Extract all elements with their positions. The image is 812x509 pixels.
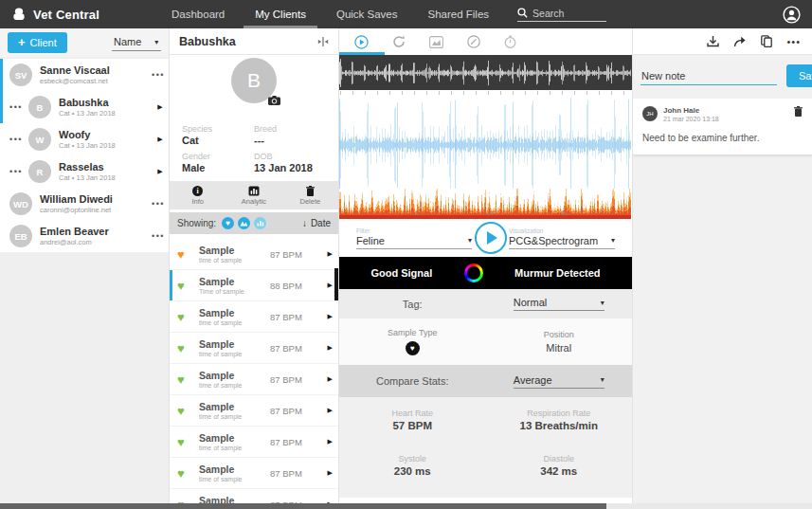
client-subtext: andrei@aol.com bbox=[40, 238, 148, 247]
patient-panel: Babushka B Species Cat Breed --- bbox=[169, 28, 338, 503]
client-row[interactable]: ••• EB Emlen Beaver andrei@aol.com ••• ▶ bbox=[0, 220, 169, 252]
heart-icon: ♥ bbox=[177, 405, 194, 417]
nav-item[interactable]: Quick Saves bbox=[321, 0, 413, 28]
client-sort-label: Name bbox=[114, 36, 141, 47]
share-icon[interactable] bbox=[733, 36, 747, 47]
nav-search[interactable] bbox=[517, 8, 606, 22]
sample-row[interactable]: ♥ Sample time of sample 87 BPM ▶ bbox=[170, 301, 338, 333]
species-value: Cat bbox=[182, 135, 254, 146]
client-menu-icon[interactable]: ••• bbox=[6, 102, 27, 112]
nav-item[interactable]: My Clients bbox=[240, 0, 321, 28]
signal-quality-status: Good Signal bbox=[370, 267, 432, 279]
chevron-right-icon[interactable]: ▶ bbox=[319, 438, 333, 445]
chevron-right-icon[interactable]: ▶ bbox=[152, 136, 169, 143]
client-row[interactable]: ••• W Woofy Cat • 13 Jan 2018 ••• ▶ bbox=[0, 123, 169, 155]
sample-row[interactable]: ♥ Sample time of sample 87 BPM ▶ bbox=[170, 364, 338, 395]
sample-bpm: 87 BPM bbox=[270, 468, 319, 479]
client-row[interactable]: ••• WD William Diwedi caronni@optonline.… bbox=[0, 188, 169, 220]
area-chart-icon[interactable] bbox=[429, 36, 443, 48]
sample-title: Sample bbox=[199, 245, 270, 256]
sample-subtitle: time of sample bbox=[199, 256, 270, 264]
sample-row[interactable]: ♥ Sample Time of sample 88 BPM ▶ bbox=[170, 270, 338, 301]
chevron-right-icon[interactable]: ▶ bbox=[152, 103, 169, 111]
client-avatar: EB bbox=[9, 225, 32, 247]
info-button[interactable]: i Info bbox=[170, 181, 226, 209]
chevron-right-icon[interactable]: ▶ bbox=[319, 375, 333, 383]
delete-button[interactable]: Delete bbox=[282, 181, 338, 209]
sample-row[interactable]: ♥ Sample time of sample 87 BPM ▶ bbox=[170, 489, 338, 503]
chevron-down-icon: ▾ bbox=[601, 375, 604, 384]
sample-row[interactable]: ♥ Sample time of sample 87 BPM ▶ bbox=[170, 427, 338, 458]
stat-value: 230 ms bbox=[394, 465, 431, 477]
sample-title: Sample bbox=[199, 432, 270, 444]
chevron-down-icon: ▾ bbox=[154, 38, 158, 46]
nav-item[interactable]: Dashboard bbox=[156, 0, 240, 28]
showing-wave-filter-icon[interactable] bbox=[238, 217, 250, 229]
sample-row[interactable]: ♥ Sample time of sample 87 BPM ▶ bbox=[170, 333, 338, 364]
client-row[interactable]: ••• R Rasselas Cat • 13 Jan 2018 ••• ▶ bbox=[0, 155, 169, 188]
client-menu-icon[interactable]: ••• bbox=[148, 199, 169, 209]
stat-cell: Heart Rate 57 BPM bbox=[339, 409, 486, 448]
loop-icon[interactable] bbox=[392, 35, 406, 48]
client-menu-icon[interactable]: ••• bbox=[148, 70, 169, 80]
arrow-down-icon: ↓ bbox=[302, 218, 307, 228]
chevron-right-icon[interactable]: ▶ bbox=[319, 344, 333, 352]
client-name: William Diwedi bbox=[40, 193, 148, 206]
breed-label: Breed bbox=[254, 124, 326, 134]
collapse-panel-icon[interactable] bbox=[317, 36, 329, 47]
new-note-input[interactable] bbox=[641, 67, 777, 85]
note-author: John Hale bbox=[663, 106, 794, 115]
play-tab-icon[interactable] bbox=[354, 35, 369, 49]
gauge-icon[interactable] bbox=[467, 35, 480, 48]
date-sort-button[interactable]: ↓ Date bbox=[302, 218, 331, 228]
chevron-right-icon[interactable]: ▶ bbox=[319, 469, 333, 477]
chevron-right-icon[interactable]: ▶ bbox=[319, 313, 333, 320]
sample-bpm: 87 BPM bbox=[270, 343, 319, 354]
camera-icon[interactable] bbox=[268, 96, 280, 105]
sample-title: Sample bbox=[199, 276, 270, 287]
client-sort-dropdown[interactable]: Name ▾ bbox=[112, 34, 161, 51]
tag-dropdown[interactable]: Normal ▾ bbox=[514, 297, 604, 311]
sample-row[interactable]: ♥ Sample time of sample 87 BPM ▶ bbox=[170, 395, 338, 427]
species-label: Species bbox=[182, 124, 254, 134]
client-menu-icon[interactable]: ••• bbox=[6, 135, 27, 144]
showing-spectro-filter-icon[interactable] bbox=[254, 217, 266, 229]
showing-label: Showing: bbox=[177, 218, 216, 228]
filter-dropdown[interactable]: Filter Feline ▾ bbox=[356, 227, 472, 249]
copy-icon[interactable] bbox=[761, 35, 772, 47]
chevron-right-icon[interactable]: ▶ bbox=[319, 407, 333, 414]
client-subtext: Cat • 13 Jan 2018 bbox=[59, 141, 152, 151]
client-subtext: Cat • 13 Jan 2018 bbox=[59, 173, 152, 183]
search-input[interactable] bbox=[532, 8, 606, 19]
chevron-right-icon[interactable]: ▶ bbox=[319, 250, 333, 258]
sample-row[interactable]: ♥ Sample time of sample 87 BPM ▶ bbox=[170, 458, 338, 489]
sample-type-row: Sample Type ♥ Position Mitral bbox=[339, 318, 632, 365]
compare-stats-dropdown[interactable]: Average ▾ bbox=[514, 374, 604, 389]
client-row[interactable]: ••• B Babushka Cat • 13 Jan 2018 ••• ▶ bbox=[0, 91, 169, 123]
save-note-button[interactable]: Save bbox=[786, 64, 812, 87]
client-sidebar: + Client Name ▾ ••• SV Sanne Viscaal esb… bbox=[0, 28, 169, 503]
analytic-button[interactable]: Analytic bbox=[226, 181, 281, 209]
horizontal-scrollbar-thumb[interactable] bbox=[0, 503, 606, 509]
client-row[interactable]: ••• SV Sanne Viscaal esbeck@comcast.net … bbox=[0, 59, 169, 91]
horizontal-scrollbar[interactable] bbox=[0, 503, 812, 509]
play-button[interactable] bbox=[475, 222, 507, 254]
delete-label: Delete bbox=[299, 197, 320, 206]
sample-row[interactable]: ♥ Sample time of sample 87 BPM ▶ bbox=[170, 239, 338, 270]
visualization-dropdown[interactable]: Visualization PCG&Spectrogram ▾ bbox=[509, 227, 615, 249]
chevron-right-icon[interactable]: ▶ bbox=[152, 168, 169, 175]
client-menu-icon[interactable]: ••• bbox=[148, 231, 169, 241]
more-icon[interactable]: ••• bbox=[786, 36, 801, 47]
chevron-right-icon[interactable]: ▶ bbox=[319, 282, 333, 289]
signal-status-bar: Good Signal Murmur Detected bbox=[339, 257, 632, 289]
pcg-overview-waveform bbox=[339, 55, 632, 90]
download-icon[interactable] bbox=[707, 35, 719, 47]
showing-heart-filter-icon[interactable]: ♥ bbox=[222, 217, 234, 229]
user-avatar-icon[interactable] bbox=[783, 6, 801, 24]
timer-icon[interactable] bbox=[504, 35, 516, 48]
sample-title: Sample bbox=[199, 464, 270, 475]
nav-item[interactable]: Shared Files bbox=[413, 0, 505, 28]
client-menu-icon[interactable]: ••• bbox=[6, 167, 27, 176]
add-client-button[interactable]: + Client bbox=[8, 32, 67, 53]
trash-icon[interactable] bbox=[794, 106, 803, 117]
